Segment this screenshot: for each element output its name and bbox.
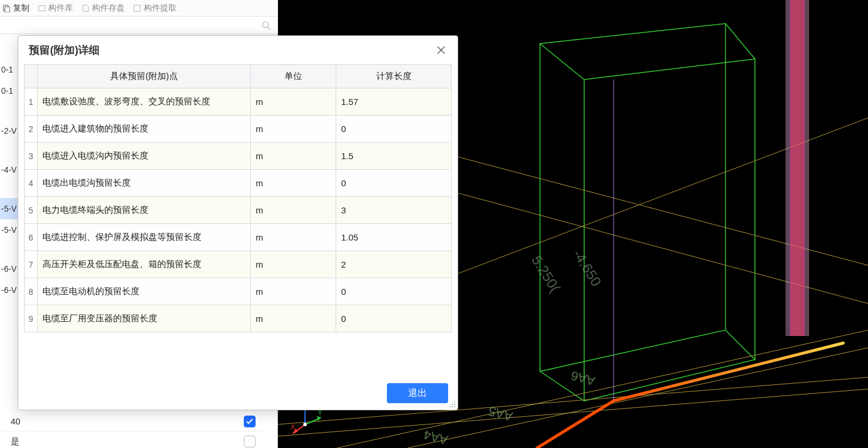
cell-unit[interactable]: m [251,197,336,224]
cell-point[interactable]: 电缆至厂用变压器的预留长度 [37,305,251,332]
table-row[interactable]: 2电缆进入建筑物的预留长度m0 [25,116,452,143]
svg-rect-2 [39,5,45,11]
property-row-40: 40 [0,411,261,431]
tree-item-fragment[interactable]: 0-1 [0,59,18,80]
tree-item-fragment[interactable]: -4-V [0,159,18,180]
table-row[interactable]: 4电缆出电缆沟预留长度m0 [25,170,452,197]
cad-dimension: -4.650 [570,246,605,289]
close-icon [437,46,445,54]
cell-calc[interactable]: 3 [336,197,452,224]
cell-calc[interactable]: 1.57 [336,88,452,116]
cell-point[interactable]: 高压开关柜及低压配电盘、箱的预留长度 [37,251,251,278]
cell-unit[interactable]: m [251,278,336,305]
tree-item-fragment[interactable]: -5-V [0,219,18,241]
row-index: 6 [25,224,38,251]
cell-point[interactable]: 电缆至电动机的预留长度 [37,278,251,305]
cell-calc[interactable]: 2 [336,251,452,278]
svg-point-34 [452,406,453,407]
cell-calc[interactable]: 0 [336,116,452,143]
search-row [0,17,278,34]
dialog-title: 预留(附加)详细 [29,43,100,57]
cad-dimension: 5.250( [529,252,564,295]
cell-calc[interactable]: 1.5 [336,143,452,170]
row-index: 8 [25,278,38,305]
tree-item-fragment[interactable]: -6-V [0,258,18,279]
save-icon [81,4,90,12]
svg-line-11 [408,348,868,448]
cell-point[interactable]: 电缆进入建筑物的预留长度 [37,116,251,143]
svg-point-27 [303,423,307,426]
row-index: 7 [25,251,38,278]
row-index: 3 [25,143,38,170]
toolbar-save[interactable]: 构件存盘 [81,3,125,14]
cell-calc[interactable]: 0 [336,170,452,197]
property-checkbox[interactable] [244,416,256,427]
property-label: 是 [11,431,19,449]
dialog-resize-grip[interactable] [448,400,456,409]
cell-point[interactable]: 电缆进控制、保护屏及模拟盘等预留长度 [37,224,251,251]
cell-unit[interactable]: m [251,143,336,170]
table-row[interactable]: 8电缆至电动机的预留长度m0 [25,278,452,305]
row-index: 5 [25,197,38,224]
cell-unit[interactable]: m [251,305,336,332]
th-calc[interactable]: 计算长度 [336,65,452,88]
reserve-table: 具体预留(附加)点 单位 计算长度 1电缆敷设弛度、波形弯度、交叉的预留长度m1… [24,64,452,332]
svg-point-31 [454,404,455,405]
row-index: 2 [25,116,38,143]
extract-icon [133,4,141,12]
table-row[interactable]: 3电缆进入电缆沟内预留长度m1.5 [25,143,452,170]
table-row[interactable]: 7高压开关柜及低压配电盘、箱的预留长度m2 [25,251,452,278]
cell-point[interactable]: 电缆出电缆沟预留长度 [37,170,251,197]
svg-point-33 [454,406,455,407]
tree-item-fragment[interactable]: -6-V [0,279,18,301]
dialog-header: 预留(附加)详细 [18,36,458,64]
cell-point[interactable]: 电力电缆终端头的预留长度 [37,197,251,224]
cell-unit[interactable]: m [251,251,336,278]
dialog-body: 具体预留(附加)点 单位 计算长度 1电缆敷设弛度、波形弯度、交叉的预留长度m1… [18,64,458,377]
cell-point[interactable]: 电缆进入电缆沟内预留长度 [37,143,251,170]
th-point[interactable]: 具体预留(附加)点 [37,65,251,88]
tree-item-fragment[interactable]: -2-V [0,120,18,141]
row-index: 4 [25,170,38,197]
tree-item-fragment-selected[interactable]: -5-V [0,198,18,219]
dialog-close-button[interactable] [435,44,447,56]
cell-calc[interactable]: 0 [336,278,452,305]
dialog-footer: 退出 [18,377,458,410]
table-row[interactable]: 1电缆敷设弛度、波形弯度、交叉的预留长度m1.57 [25,88,452,116]
table-row[interactable]: 9电缆至厂用变压器的预留长度m0 [25,305,452,332]
search-icon[interactable] [261,21,271,30]
svg-line-15 [537,401,614,448]
cell-unit[interactable]: m [251,170,336,197]
lib-icon [38,4,46,12]
cad-label: AA5 [487,403,515,424]
cad-label: AA3 [355,444,382,448]
cell-unit[interactable]: m [251,224,336,251]
left-tree-fragments: 0-1 0-1 -2-V -4-V -5-V -5-V -6-V -6-V [0,34,18,301]
cell-calc[interactable]: 1.05 [336,224,452,251]
svg-marker-24 [317,416,322,421]
svg-point-35 [449,406,450,407]
cad-label: AA4 [422,427,450,447]
toolbar-copy-label: 复制 [13,3,29,14]
svg-line-5 [268,27,270,29]
cell-unit[interactable]: m [251,88,336,116]
cell-calc[interactable]: 0 [336,305,452,332]
property-checkbox[interactable] [244,436,256,447]
toolbar-copy[interactable]: 复制 [2,3,29,14]
cell-unit[interactable]: m [251,116,336,143]
top-toolbar: 复制 构件库 构件存盘 构件提取 [0,0,278,17]
th-unit[interactable]: 单位 [251,65,336,88]
toolbar-extract-label: 构件提取 [144,3,177,14]
table-row[interactable]: 6电缆进控制、保护屏及模拟盘等预留长度m1.05 [25,224,452,251]
toolbar-extract[interactable]: 构件提取 [133,3,177,14]
axis-x-label: X [291,424,295,430]
svg-line-23 [305,419,319,424]
svg-point-32 [452,404,453,405]
tree-item-fragment[interactable]: 0-1 [0,80,18,101]
cell-point[interactable]: 电缆敷设弛度、波形弯度、交叉的预留长度 [37,88,251,116]
svg-rect-1 [5,6,9,12]
table-row[interactable]: 5电力电缆终端头的预留长度m3 [25,197,452,224]
toolbar-lib[interactable]: 构件库 [38,3,73,14]
copy-icon [2,4,11,12]
exit-button[interactable]: 退出 [387,383,448,403]
